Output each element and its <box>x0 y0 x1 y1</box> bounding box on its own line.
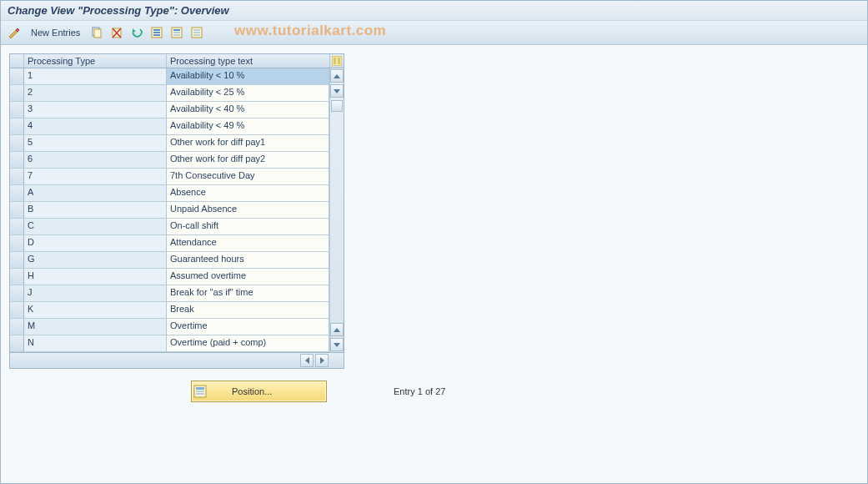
table-row[interactable]: AAbsence <box>10 185 329 202</box>
table-row[interactable]: NOvertime (paid + comp) <box>10 335 329 352</box>
cell-type[interactable]: C <box>24 219 167 234</box>
column-header-text[interactable]: Processing type text <box>167 54 330 68</box>
configure-columns-icon[interactable] <box>330 54 344 68</box>
row-selector[interactable] <box>10 152 24 168</box>
row-selector[interactable] <box>10 285 24 301</box>
row-selector[interactable] <box>10 68 24 84</box>
cell-text[interactable]: Unpaid Absence <box>167 202 329 218</box>
scroll-down-button[interactable] <box>330 84 344 98</box>
row-selector-header[interactable] <box>10 54 24 68</box>
cell-type[interactable]: K <box>24 302 167 318</box>
row-selector[interactable] <box>10 235 24 251</box>
cell-type[interactable]: A <box>24 185 167 201</box>
svg-rect-22 <box>196 391 204 392</box>
toggle-display-change-icon[interactable] <box>6 24 23 41</box>
table-row[interactable]: MOvertime <box>10 319 329 335</box>
delete-icon[interactable] <box>108 24 125 41</box>
table-row[interactable]: JBreak for "as if" time <box>10 285 329 302</box>
cell-type[interactable]: H <box>24 269 167 285</box>
position-icon <box>193 385 207 398</box>
new-entries-button[interactable]: New Entries <box>26 24 85 41</box>
cell-type[interactable]: N <box>24 335 167 351</box>
cell-text[interactable]: Other work for diff pay2 <box>167 152 329 168</box>
cell-type[interactable]: D <box>24 235 167 251</box>
cell-text[interactable]: On-call shift <box>167 219 329 234</box>
scroll-up-button[interactable] <box>330 69 344 83</box>
table-row[interactable]: 6Other work for diff pay2 <box>10 152 329 169</box>
grid-rows: 1Availability < 10 %2Availability < 25 %… <box>10 68 329 352</box>
row-selector[interactable] <box>10 118 24 134</box>
row-selector[interactable] <box>10 302 24 318</box>
cell-text[interactable]: Other work for diff pay1 <box>167 135 329 151</box>
watermark-text: www.tutorialkart.com <box>234 23 386 39</box>
scroll-page-down-button[interactable] <box>330 338 344 351</box>
scroll-left-button[interactable] <box>300 354 314 367</box>
cell-type[interactable]: 6 <box>24 152 167 168</box>
row-selector[interactable] <box>10 219 24 234</box>
cell-text[interactable]: Assumed overtime <box>167 269 329 285</box>
table-row[interactable]: GGuaranteed hours <box>10 252 329 269</box>
svg-rect-7 <box>153 32 160 33</box>
undo-change-icon[interactable] <box>128 24 145 41</box>
row-selector[interactable] <box>10 169 24 184</box>
cell-type[interactable]: M <box>24 319 167 335</box>
svg-rect-23 <box>196 393 204 395</box>
column-header-type[interactable]: Processing Type <box>24 54 167 68</box>
select-all-icon[interactable] <box>148 24 165 41</box>
scroll-thumb[interactable] <box>331 100 343 112</box>
row-selector[interactable] <box>10 319 24 335</box>
table-row[interactable]: 3Availability < 40 % <box>10 102 329 118</box>
row-selector[interactable] <box>10 85 24 101</box>
row-selector[interactable] <box>10 135 24 151</box>
cell-text[interactable]: Absence <box>167 185 329 201</box>
cell-type[interactable]: 7 <box>24 169 167 184</box>
cell-text[interactable]: Break <box>167 302 329 318</box>
cell-text[interactable]: Break for "as if" time <box>167 285 329 301</box>
cell-type[interactable]: 5 <box>24 135 167 151</box>
cell-text[interactable]: Availability < 49 % <box>167 118 329 134</box>
position-button[interactable]: Position... <box>191 381 327 402</box>
row-selector[interactable] <box>10 252 24 268</box>
vertical-scrollbar[interactable] <box>329 68 344 352</box>
cell-text[interactable]: Attendance <box>167 235 329 251</box>
table-row[interactable]: COn-call shift <box>10 219 329 235</box>
grid-body: 1Availability < 10 %2Availability < 25 %… <box>10 68 344 352</box>
cell-type[interactable]: 2 <box>24 85 167 101</box>
cell-type[interactable]: 4 <box>24 118 167 134</box>
row-selector[interactable] <box>10 102 24 118</box>
table-row[interactable]: KBreak <box>10 302 329 319</box>
row-selector[interactable] <box>10 202 24 218</box>
svg-rect-21 <box>196 387 204 390</box>
table-row[interactable]: HAssumed overtime <box>10 269 329 285</box>
cell-text[interactable]: Availability < 40 % <box>167 102 329 118</box>
table-row[interactable]: 1Availability < 10 % <box>10 68 329 85</box>
cell-type[interactable]: G <box>24 252 167 268</box>
cell-text[interactable]: 7th Consecutive Day <box>167 169 329 184</box>
cell-type[interactable]: J <box>24 285 167 301</box>
select-block-icon[interactable] <box>168 24 185 41</box>
cell-type[interactable]: 3 <box>24 102 167 118</box>
table-row[interactable]: DAttendance <box>10 235 329 252</box>
scroll-right-button[interactable] <box>315 354 329 367</box>
cell-text[interactable]: Overtime (paid + comp) <box>167 335 329 351</box>
table-row[interactable]: 77th Consecutive Day <box>10 169 329 185</box>
cell-text[interactable]: Guaranteed hours <box>167 252 329 268</box>
row-selector[interactable] <box>10 269 24 285</box>
table-row[interactable]: BUnpaid Absence <box>10 202 329 219</box>
svg-rect-1 <box>94 29 101 38</box>
scroll-page-up-button[interactable] <box>330 323 344 336</box>
svg-rect-8 <box>153 34 160 36</box>
table-row[interactable]: 5Other work for diff pay1 <box>10 135 329 152</box>
cell-text[interactable]: Availability < 10 % <box>167 68 329 84</box>
table-row[interactable]: 4Availability < 49 % <box>10 118 329 135</box>
cell-type[interactable]: B <box>24 202 167 218</box>
copy-as-icon[interactable] <box>88 24 105 41</box>
cell-type[interactable]: 1 <box>24 68 167 84</box>
row-selector[interactable] <box>10 185 24 201</box>
deselect-all-icon[interactable] <box>188 24 205 41</box>
row-selector[interactable] <box>10 335 24 351</box>
cell-text[interactable]: Availability < 25 % <box>167 85 329 101</box>
table-row[interactable]: 2Availability < 25 % <box>10 85 329 102</box>
svg-rect-17 <box>332 56 342 66</box>
cell-text[interactable]: Overtime <box>167 319 329 335</box>
